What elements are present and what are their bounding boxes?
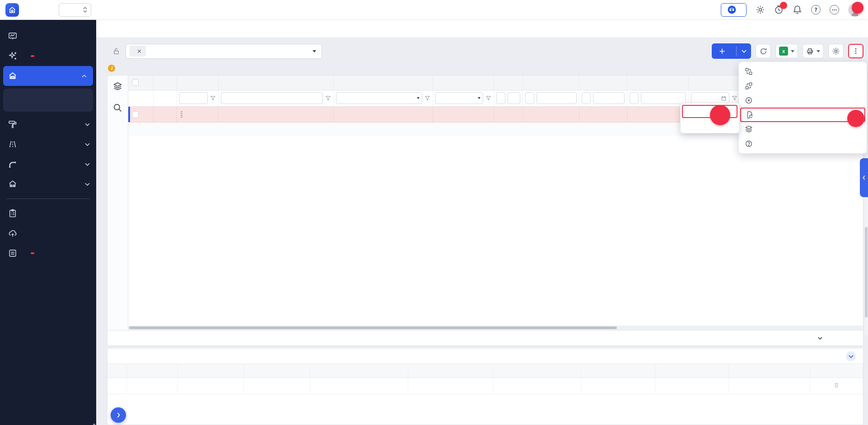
expert-check-button[interactable] [721, 3, 747, 17]
sidebar-item-assets[interactable] [3, 66, 93, 86]
caret-down-icon [478, 97, 481, 99]
col-qty[interactable] [494, 76, 523, 90]
add-asset-dropdown[interactable] [737, 43, 751, 59]
funnel-icon[interactable] [210, 95, 216, 101]
grid-settings-button[interactable] [828, 44, 844, 58]
depr-filter-input[interactable] [593, 92, 625, 104]
year-spinner-arrows[interactable] [83, 7, 87, 13]
funnel-icon[interactable] [732, 95, 737, 101]
dcol-doc-date [177, 364, 243, 378]
right-panel-handle[interactable] [860, 158, 868, 197]
sidebar-item-ai-assistant[interactable] [0, 46, 96, 66]
col-name[interactable] [218, 76, 333, 90]
type-filter-select[interactable] [336, 92, 422, 104]
code-filter-input[interactable] [179, 92, 208, 104]
dept-filter-select[interactable] [435, 92, 483, 104]
drow-change-date [244, 378, 310, 394]
sidebar-item-settlement-support[interactable] [0, 203, 96, 223]
lock-icon[interactable] [112, 47, 120, 55]
calendar-icon[interactable] [721, 95, 727, 101]
cost-filter-input[interactable] [537, 92, 577, 104]
sidebar-item-infra-road[interactable] [0, 134, 96, 154]
new-badge [31, 252, 34, 254]
layers-icon[interactable] [113, 82, 122, 91]
change-source-icon [745, 82, 753, 90]
sidebar-subitem[interactable] [3, 90, 93, 110]
export-excel-button[interactable]: x [775, 44, 798, 58]
col-date[interactable] [688, 76, 740, 90]
menu-item-update-asset-type[interactable] [740, 108, 865, 122]
misa-logo-icon[interactable] [5, 3, 19, 17]
chip-remove-icon[interactable]: ✕ [137, 48, 142, 55]
equals-operator[interactable] [582, 92, 591, 104]
status-filter-chip[interactable]: ✕ [130, 46, 146, 57]
paint-roller-icon [8, 120, 17, 129]
menu-item-help[interactable] [739, 137, 867, 151]
equals-operator[interactable] [630, 92, 639, 104]
col-cost[interactable] [523, 76, 579, 90]
sidebar-item-sync-csdl-tsc[interactable] [0, 223, 96, 243]
col-remain[interactable] [627, 76, 688, 90]
sidebar-item-cut-off[interactable] [0, 243, 96, 263]
menu-item-convert-ccdc[interactable] [739, 64, 867, 79]
funnel-icon[interactable] [425, 95, 430, 101]
grid-footer [107, 331, 863, 346]
data-year-spinner[interactable] [59, 3, 91, 17]
document-link[interactable] [126, 378, 177, 394]
col-code[interactable] [177, 76, 218, 90]
drag-handle[interactable] [181, 111, 182, 118]
hscroll-thumb[interactable] [129, 326, 617, 329]
expand-panel-button[interactable] [111, 407, 126, 423]
history-icon[interactable] [774, 5, 784, 14]
dropdown-caret-icon [313, 50, 316, 52]
print-button[interactable] [803, 44, 824, 58]
qty-filter-input[interactable] [508, 92, 520, 104]
drow-actions [810, 378, 863, 394]
sidebar-item-established-assets[interactable] [0, 174, 96, 194]
filter-remain [627, 90, 688, 106]
row-checkbox[interactable] [132, 111, 139, 118]
total-remain [627, 122, 688, 136]
menu-item-cancel-batch[interactable] [739, 93, 867, 108]
search-icon[interactable] [113, 103, 122, 113]
horizontal-scrollbar[interactable] [128, 326, 863, 330]
settings-icon[interactable] [756, 5, 765, 14]
sidebar-item-infra-water[interactable] [0, 154, 96, 174]
row-cost [523, 106, 579, 122]
more-actions-button[interactable] [848, 44, 863, 58]
trash-icon[interactable] [833, 382, 840, 388]
funnel-icon[interactable] [325, 95, 331, 101]
col-depr[interactable] [579, 76, 627, 90]
drow-remain [729, 378, 810, 394]
row-stt [153, 106, 177, 122]
select-all-checkbox[interactable] [132, 79, 139, 86]
history-badge [780, 2, 787, 9]
row-dept [433, 106, 494, 122]
detail-collapse-button[interactable] [846, 351, 856, 361]
col-stt[interactable] [153, 76, 177, 90]
chevron-down-icon [85, 183, 90, 186]
more-options-icon[interactable]: ⋯ [830, 5, 839, 14]
menu-item-bulk-change-type[interactable] [739, 122, 867, 137]
menu-item-change-source[interactable] [739, 79, 867, 93]
equals-operator[interactable] [496, 92, 505, 104]
funnel-icon[interactable] [485, 95, 491, 101]
col-dept[interactable] [433, 76, 494, 90]
submenu-item-cancel-update[interactable] [681, 118, 739, 131]
dcol-change-date [244, 364, 310, 378]
notifications-icon[interactable] [793, 5, 802, 14]
name-filter-input[interactable] [221, 92, 323, 104]
refresh-button[interactable] [756, 44, 771, 58]
remain-filter-input[interactable] [641, 92, 686, 104]
vscroll-thumb[interactable] [865, 227, 868, 317]
sidebar-item-tools-supplies[interactable] [0, 114, 96, 134]
status-filter-dropdown[interactable]: ✕ [126, 44, 322, 59]
help-icon[interactable]: ? [811, 5, 821, 14]
per-page-select[interactable] [815, 337, 822, 340]
printer-icon [806, 47, 814, 55]
page-number[interactable] [847, 335, 849, 341]
add-asset-button[interactable]: + [712, 43, 751, 59]
col-type[interactable] [333, 76, 433, 90]
equals-operator[interactable] [525, 92, 534, 104]
sidebar-item-overview[interactable] [0, 26, 96, 46]
